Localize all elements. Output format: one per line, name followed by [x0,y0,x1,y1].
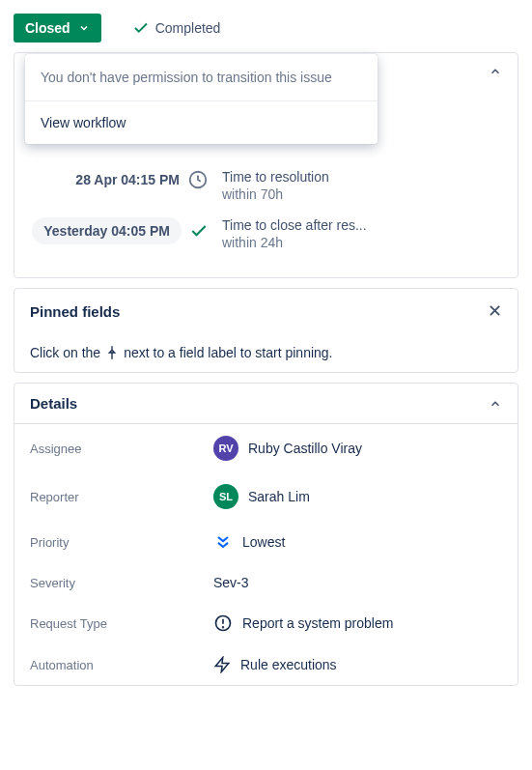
pinned-hint-prefix: Click on the [30,345,100,360]
pinned-fields-panel: Pinned fields ✕ Click on the next to a f… [14,288,518,373]
sla-time-text: Yesterday 04:05 PM [32,217,182,244]
sla-time-text: 28 Apr 04:15 PM [75,172,180,187]
sla-meta: Time to close after res... within 24h [222,217,367,250]
priority-value: Lowest [242,534,285,550]
automation-value: Rule executions [240,657,337,672]
field-label: Request Type [30,616,213,631]
pinned-hint: Click on the next to a field label to st… [30,345,502,360]
sla-time: Yesterday 04:05 PM [30,217,209,244]
sla-within: within 24h [222,235,367,250]
reporter-field[interactable]: Reporter SL Sarah Lim [14,472,518,521]
close-icon[interactable]: ✕ [488,300,502,322]
chevron-up-icon [489,397,502,411]
priority-field[interactable]: Priority Lowest [14,521,518,563]
sla-within: within 70h [222,186,329,202]
field-label: Assignee [30,442,213,456]
details-panel: Details Assignee RV Ruby Castillo Viray … [14,383,518,686]
check-icon [189,221,209,241]
avatar: RV [213,436,238,461]
check-icon [132,19,150,37]
avatar: SL [213,484,238,509]
sla-name: Time to close after res... [222,217,367,233]
sla-name: Time to resolution [222,169,329,185]
status-button[interactable]: Closed [14,14,101,43]
svg-marker-4 [215,658,229,672]
details-title: Details [30,395,77,412]
sla-row: 28 Apr 04:15 PM Time to resolution withi… [30,169,502,202]
pinned-fields-header[interactable]: Pinned fields ✕ [14,289,518,333]
reporter-name: Sarah Lim [248,489,310,504]
bolt-icon [213,656,231,673]
severity-field[interactable]: Severity Sev-3 [14,563,518,602]
chevron-up-icon [489,65,502,78]
field-label: Severity [30,576,213,590]
severity-value: Sev-3 [213,575,249,590]
assignee-name: Ruby Castillo Viray [248,441,362,456]
lowest-priority-icon [213,532,233,552]
resolution-label: Completed [155,20,221,36]
request-type-value: Report a system problem [242,615,393,631]
status-button-label: Closed [25,20,70,36]
sla-time: 28 Apr 04:15 PM [30,169,209,190]
details-header[interactable]: Details [14,384,518,424]
field-label: Reporter [30,490,213,504]
resolution-status: Completed [132,19,221,37]
request-type-field[interactable]: Request Type Report a system problem [14,602,518,644]
status-dropdown: You don't have permission to transition … [25,54,378,144]
sla-row: Yesterday 04:05 PM Time to close after r… [30,217,502,250]
field-label: Automation [30,658,213,672]
permission-message: You don't have permission to transition … [25,54,378,100]
sla-meta: Time to resolution within 70h [222,169,329,202]
pinned-hint-suffix: next to a field label to start pinning. [124,345,332,360]
assignee-field[interactable]: Assignee RV Ruby Castillo Viray [14,424,518,472]
automation-field[interactable]: Automation Rule executions [14,644,518,685]
svg-point-3 [223,627,224,628]
chevron-down-icon [78,22,90,34]
field-label: Priority [30,535,213,550]
clock-icon [187,169,209,190]
view-workflow-item[interactable]: View workflow [25,101,378,144]
pinned-fields-title: Pinned fields [30,303,120,320]
pin-icon [104,345,120,360]
alert-circle-icon [213,613,233,633]
